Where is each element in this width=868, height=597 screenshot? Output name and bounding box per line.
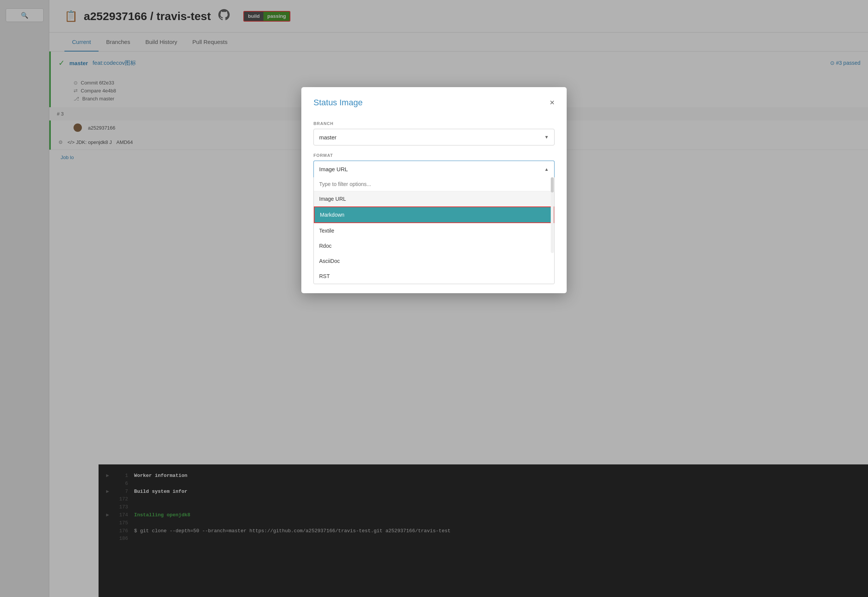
branch-select[interactable]: master ▼: [313, 129, 555, 145]
option-image-url[interactable]: Image URL: [314, 191, 554, 206]
dropdown-scrollbar-thumb: [551, 177, 554, 192]
format-label: FORMAT: [313, 153, 555, 158]
option-rdoc[interactable]: Rdoc: [314, 238, 554, 253]
modal-body: BRANCH master ▼ FORMAT Image URL ▲ Image…: [301, 121, 567, 293]
modal-title: Status Image: [313, 98, 363, 108]
format-current-value: Image URL: [319, 166, 348, 172]
option-textile[interactable]: Textile: [314, 223, 554, 238]
option-markdown[interactable]: Markdown: [314, 206, 554, 223]
format-dropdown-trigger[interactable]: Image URL ▲: [313, 161, 555, 177]
modal-header: Status Image ×: [301, 87, 567, 114]
dropdown-scrollbar[interactable]: [551, 177, 554, 253]
option-rst[interactable]: RST: [314, 269, 554, 284]
modal-close-button[interactable]: ×: [550, 98, 555, 107]
format-arrow-up-icon: ▲: [544, 167, 549, 172]
format-dropdown-panel: Image URL Markdown Textile Rdoc AsciiDoc…: [313, 177, 555, 284]
branch-arrow-icon: ▼: [544, 134, 549, 140]
format-dropdown-container: Image URL ▲ Image URL Markdown Textile R…: [313, 161, 555, 284]
option-asciidoc[interactable]: AsciiDoc: [314, 253, 554, 269]
branch-value: master: [319, 134, 337, 141]
format-filter-input[interactable]: [314, 177, 554, 191]
branch-label: BRANCH: [313, 121, 555, 126]
status-image-modal: Status Image × BRANCH master ▼ FORMAT Im…: [301, 87, 567, 293]
